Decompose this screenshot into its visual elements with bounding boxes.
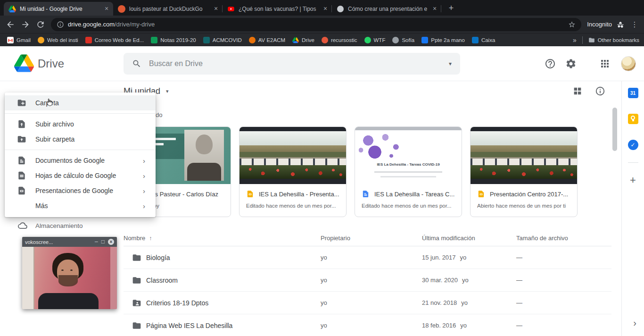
browser-menu-icon[interactable]: ⋮ bbox=[630, 20, 639, 29]
menu-item-mas[interactable]: Más › bbox=[5, 198, 156, 213]
tab-close-icon[interactable]: × bbox=[212, 5, 220, 13]
file-row-pagina-web[interactable]: Página Web IES La Dehesilla yo 18 feb. 2… bbox=[124, 314, 611, 336]
help-icon[interactable] bbox=[545, 58, 556, 69]
new-tab-button[interactable]: + bbox=[445, 2, 457, 14]
bookmark-acmcovid[interactable]: ACMCOVID bbox=[203, 37, 242, 43]
tab-close-icon[interactable]: × bbox=[103, 5, 110, 13]
bookmark-caixa[interactable]: Caixa bbox=[472, 37, 495, 43]
file-modified: 30 mar. 2020yo bbox=[422, 277, 516, 284]
sidebar-item-storage[interactable]: Almacenamiento bbox=[18, 221, 83, 230]
bookmarks-bar: Gmail Web del insti Correo Web de Ed... … bbox=[0, 33, 644, 46]
menu-item-documentos[interactable]: Documentos de Google › bbox=[5, 153, 156, 168]
close-icon[interactable]: × bbox=[108, 239, 114, 245]
bookmark-sofia[interactable]: Sofía bbox=[392, 37, 414, 43]
webcam-window-title: vokoscree... bbox=[25, 239, 91, 245]
bookmark-correo[interactable]: Correo Web de Ed... bbox=[85, 37, 144, 43]
divider bbox=[582, 36, 583, 44]
card-dehesilla-tareas[interactable]: IES La Dehesilla - Tareas COVID-19 IES L… bbox=[355, 126, 462, 217]
card-dehesilla-presentacion[interactable]: IES La Dehesilla - Presenta... Editado h… bbox=[239, 126, 347, 217]
file-size: — bbox=[516, 277, 611, 284]
side-panel-expand-icon[interactable]: › bbox=[633, 318, 636, 328]
file-row-criterios[interactable]: Criterios 18-19 Dptos yo 21 nov. 2018yo … bbox=[124, 292, 611, 314]
bookmark-av-e2acm[interactable]: AV E2ACM bbox=[249, 37, 285, 43]
reload-button[interactable] bbox=[36, 20, 45, 29]
bookmarks-overflow-icon[interactable]: » bbox=[573, 36, 577, 44]
tab-close-icon[interactable]: × bbox=[322, 5, 329, 13]
card-thumbnail bbox=[471, 127, 577, 184]
bookmark-ppte[interactable]: Ppte 2a mano bbox=[421, 37, 465, 43]
tab-presentacion[interactable]: Cómo crear una presentación e × bbox=[332, 2, 441, 16]
file-owner: yo bbox=[321, 299, 422, 306]
grid-view-icon[interactable] bbox=[572, 86, 583, 96]
address-bar[interactable]: drive.google.com/drive/my-drive bbox=[51, 18, 581, 31]
youtube-favicon bbox=[227, 5, 235, 13]
file-row-biologia[interactable]: Biología yo 15 jun. 2017yo — bbox=[124, 246, 611, 269]
drive-logo[interactable] bbox=[14, 54, 34, 72]
card-presentacion-centro[interactable]: Presentación Centro 2017-... Abierto hac… bbox=[470, 126, 578, 217]
add-addon-icon[interactable]: + bbox=[630, 174, 636, 186]
webcam-video bbox=[22, 247, 117, 309]
sidebar-item-label: Almacenamiento bbox=[35, 222, 83, 229]
menu-item-presentaciones[interactable]: Presentaciones de Google › bbox=[5, 183, 156, 198]
keep-icon[interactable] bbox=[628, 114, 638, 124]
search-icon[interactable] bbox=[132, 59, 141, 68]
file-size: — bbox=[516, 299, 611, 306]
bookmark-drive[interactable]: Drive bbox=[292, 37, 314, 43]
profile-avatar[interactable] bbox=[621, 56, 636, 71]
file-name: Classroom bbox=[146, 277, 321, 284]
submenu-chevron-icon: › bbox=[143, 202, 145, 210]
card-thumbnail: IES La Dehesilla - Tareas COVID-19 bbox=[355, 127, 462, 184]
chevron-down-icon: ▾ bbox=[166, 88, 169, 94]
tab-google-drive[interactable]: Mi unidad - Google Drive × bbox=[4, 2, 113, 16]
forward-button[interactable] bbox=[21, 20, 30, 29]
back-button[interactable] bbox=[6, 20, 15, 29]
file-modified: 15 jun. 2017yo bbox=[422, 254, 516, 261]
calendar-icon[interactable]: 31 bbox=[628, 88, 638, 98]
folder-icon bbox=[124, 276, 146, 285]
bookmark-wtf[interactable]: WTF bbox=[364, 37, 386, 43]
search-options-caret-icon[interactable]: ▾ bbox=[449, 60, 452, 67]
menu-item-subir-archivo[interactable]: Subir archivo bbox=[5, 117, 156, 132]
tab-title: ¿Qué son las vacunas? | Tipos bbox=[239, 6, 318, 12]
url-text: drive.google.com/drive/my-drive bbox=[68, 21, 564, 28]
site-info-icon[interactable] bbox=[57, 21, 64, 28]
favicon bbox=[322, 37, 328, 43]
google-apps-icon[interactable] bbox=[599, 58, 611, 69]
tab-close-icon[interactable]: × bbox=[431, 5, 438, 13]
bookmark-web-insti[interactable]: Web del insti bbox=[38, 37, 78, 43]
bookmark-notas[interactable]: Notas 2019-20 bbox=[151, 37, 196, 43]
google-side-panel: 31 ✓ + bbox=[621, 81, 644, 336]
bookmark-star-icon[interactable] bbox=[568, 21, 576, 28]
browser-window: Mi unidad - Google Drive × louis pasteur… bbox=[0, 0, 644, 336]
file-modified: 21 nov. 2018yo bbox=[422, 299, 516, 306]
file-modified: 18 feb. 2016yo bbox=[422, 322, 516, 329]
menu-item-hojas[interactable]: Hojas de cálculo de Google › bbox=[5, 168, 156, 183]
minimize-icon[interactable]: – bbox=[95, 237, 98, 247]
other-bookmarks-button[interactable]: Other bookmarks bbox=[588, 37, 639, 43]
tab-youtube-vacunas[interactable]: ¿Qué son las vacunas? | Tipos × bbox=[223, 2, 332, 16]
bookmark-recursostic[interactable]: recursostic bbox=[322, 37, 357, 43]
menu-item-carpeta[interactable]: Carpeta bbox=[5, 95, 156, 110]
menu-item-subir-carpeta[interactable]: Subir carpeta bbox=[5, 132, 156, 147]
scrollbar-thumb[interactable] bbox=[612, 108, 617, 151]
tab-duckduckgo[interactable]: louis pasteur at DuckDuckGo × bbox=[113, 2, 223, 16]
tab-title: Cómo crear una presentación e bbox=[348, 6, 427, 12]
column-header-name[interactable]: Nombre ↑ bbox=[124, 235, 321, 242]
webcam-titlebar[interactable]: vokoscree... – □ × bbox=[22, 237, 117, 247]
bookmark-gmail[interactable]: Gmail bbox=[7, 37, 31, 43]
file-row-classroom[interactable]: Classroom yo 30 mar. 2020yo — bbox=[124, 269, 611, 292]
favicon bbox=[203, 37, 210, 43]
favicon bbox=[38, 37, 44, 43]
search-input[interactable] bbox=[148, 59, 442, 68]
card-subtitle: Abierto hace menos de un mes por ti bbox=[477, 203, 570, 209]
webcam-window[interactable]: vokoscree... – □ × bbox=[22, 237, 117, 309]
maximize-icon[interactable]: □ bbox=[101, 237, 105, 247]
file-list: Nombre ↑ Propietario Última modificación… bbox=[124, 230, 611, 336]
details-info-icon[interactable] bbox=[595, 86, 605, 96]
favicon bbox=[472, 37, 479, 43]
thumbnail-art bbox=[355, 130, 421, 162]
tab-title: louis pasteur at DuckDuckGo bbox=[129, 6, 208, 12]
column-header-size: Tamaño de archivo bbox=[516, 235, 611, 242]
tasks-icon[interactable]: ✓ bbox=[628, 140, 638, 150]
settings-gear-icon[interactable] bbox=[565, 58, 577, 69]
